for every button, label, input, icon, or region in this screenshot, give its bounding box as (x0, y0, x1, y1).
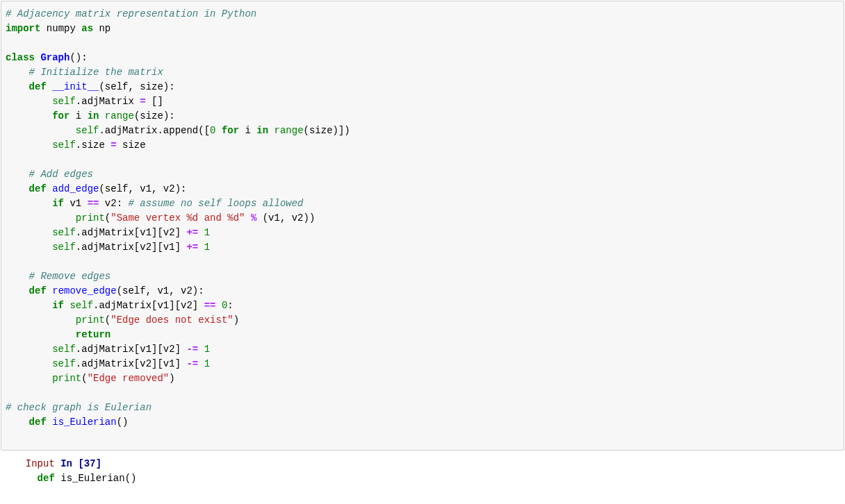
op: -= (186, 344, 198, 355)
func-name: is_Eulerian (55, 473, 125, 484)
keyword-def: def (29, 417, 47, 428)
func-name: add_edge (47, 183, 99, 194)
output-input-label: Input (14, 458, 60, 469)
number: 1 (198, 242, 210, 253)
text: i (239, 125, 256, 136)
keyword-in: in (256, 125, 268, 136)
number: 1 (198, 358, 210, 369)
self: self (64, 300, 93, 311)
keyword-as: as (81, 23, 93, 34)
text: .adjMatrix.append([ (99, 125, 210, 136)
text: numpy (40, 23, 81, 34)
keyword-def: def (29, 183, 47, 194)
op: % (245, 212, 256, 224)
text: : (227, 300, 233, 311)
builtin: print (76, 314, 105, 326)
punct: (): (69, 52, 87, 63)
comment: # Add edges (29, 169, 93, 180)
op: += (186, 242, 198, 253)
op: == (204, 300, 216, 311)
bracket: [ (78, 458, 83, 469)
class-name: Graph (35, 52, 69, 63)
text: .adjMatrix[v2][v1] (76, 242, 187, 253)
string: "Edge removed" (88, 373, 170, 384)
comment: # check graph is Eulerian (6, 402, 151, 413)
text: ( (81, 373, 87, 384)
builtin: print (52, 373, 81, 384)
keyword-class: class (6, 52, 35, 63)
exec-count: 37 (84, 458, 96, 469)
params: () (117, 417, 129, 428)
string: "Edge does not exist" (110, 314, 233, 326)
op: += (186, 227, 198, 238)
self: self (52, 227, 76, 238)
op: == (88, 198, 99, 209)
keyword-in: in (88, 110, 99, 121)
builtin: print (76, 212, 105, 224)
number: 1 (198, 344, 210, 355)
string: "Same vertex %d and %d" (110, 212, 245, 224)
code-editor[interactable]: # Adjacency matrix representation in Pyt… (6, 7, 838, 444)
self: self (52, 140, 76, 151)
keyword-return: return (76, 329, 110, 340)
text: .adjMatrix[v2][v1] (76, 358, 187, 369)
text: .adjMatrix[v1][v2] (76, 344, 187, 355)
text: np (93, 23, 110, 34)
comment: # Initialize the matrix (29, 67, 163, 78)
text: .size (76, 140, 110, 151)
output-area: Input In [37] def is_Eulerian() (0, 451, 845, 486)
self: self (52, 344, 76, 355)
comment: # Remove edges (29, 271, 111, 282)
text: .adjMatrix[v1][v2] (93, 300, 204, 311)
text: (size)]) (304, 125, 350, 136)
keyword-if: if (52, 300, 64, 311)
self: self (52, 242, 76, 253)
text: ) (169, 373, 174, 384)
text: .adjMatrix[v1][v2] (76, 227, 187, 238)
func-name: is_Eulerian (47, 417, 117, 428)
keyword-for: for (52, 110, 69, 121)
comment: # assume no self loops allowed (128, 198, 303, 209)
text: [] (146, 96, 163, 107)
func-name: __init__ (47, 81, 99, 92)
number: 0 (216, 300, 228, 311)
text: (size): (134, 110, 175, 121)
comment: # Adjacency matrix representation in Pyt… (6, 8, 256, 19)
text: ( (105, 314, 110, 326)
op: -= (186, 358, 198, 369)
keyword-def: def (29, 285, 47, 296)
keyword-if: if (52, 198, 64, 209)
params: (self, size): (99, 81, 174, 92)
text: v1 (64, 198, 88, 209)
text: v2: (99, 198, 128, 209)
self: self (52, 96, 76, 107)
paren: () (125, 473, 137, 484)
text: ) (233, 314, 239, 326)
self: self (52, 358, 76, 369)
text: .adjMatrix (76, 96, 140, 107)
bracket: ] (96, 458, 101, 469)
keyword-import: import (6, 23, 40, 34)
op: = (140, 96, 145, 107)
text: ( (105, 212, 110, 224)
text: (v1, v2)) (256, 212, 315, 224)
keyword-for: for (215, 125, 239, 136)
keyword-def: def (29, 81, 47, 92)
params: (self, v1, v2): (117, 285, 204, 296)
text: size (117, 140, 146, 151)
params: (self, v1, v2): (99, 183, 186, 194)
builtin: range (99, 110, 133, 121)
text: i (69, 110, 87, 121)
op: = (110, 140, 116, 151)
code-cell[interactable]: # Adjacency matrix representation in Pyt… (1, 1, 844, 451)
output-in: In (60, 458, 78, 469)
keyword-def: def (38, 473, 55, 484)
indent (14, 473, 38, 484)
builtin: range (268, 125, 303, 136)
func-name: remove_edge (47, 285, 117, 296)
self: self (76, 125, 99, 136)
number: 1 (198, 227, 210, 238)
